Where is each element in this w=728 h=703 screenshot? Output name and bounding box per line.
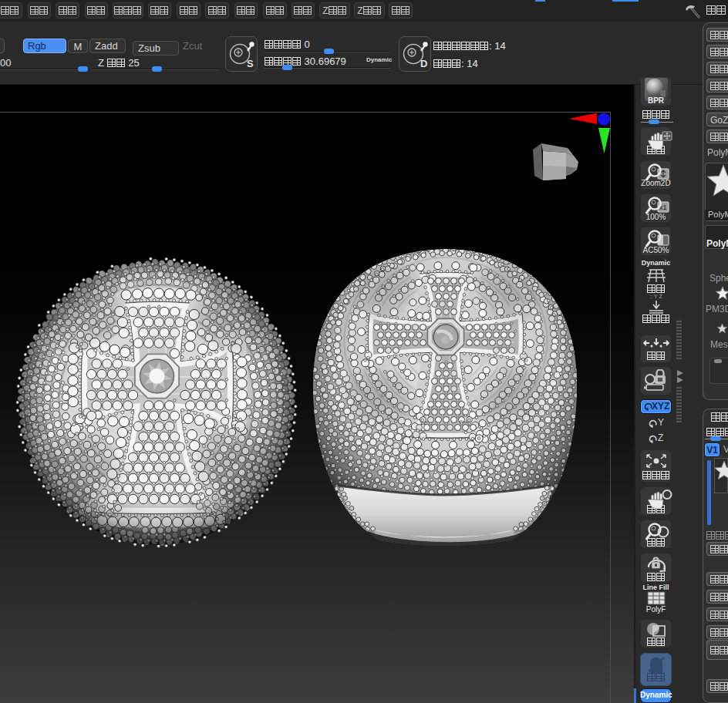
svg-text:D: D <box>420 58 427 69</box>
svg-text:S: S <box>247 58 254 69</box>
